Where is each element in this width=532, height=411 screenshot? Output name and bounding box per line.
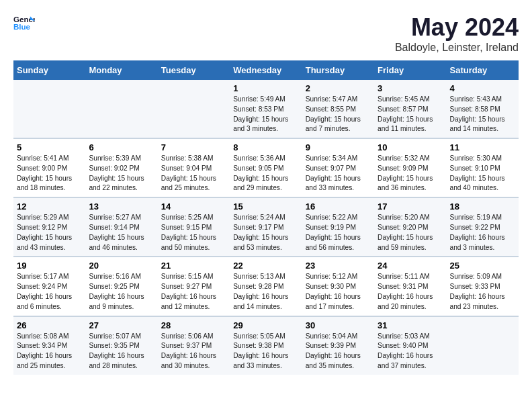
day-number: 21 xyxy=(161,261,226,271)
day-info: Sunrise: 5:29 AM Sunset: 9:12 PM Dayligh… xyxy=(17,213,82,253)
day-info: Sunrise: 5:15 AM Sunset: 9:27 PM Dayligh… xyxy=(161,272,226,312)
day-info: Sunrise: 5:03 AM Sunset: 9:40 PM Dayligh… xyxy=(378,332,443,371)
day-info: Sunrise: 5:38 AM Sunset: 9:04 PM Dayligh… xyxy=(161,154,226,193)
day-info: Sunrise: 5:41 AM Sunset: 9:00 PM Dayligh… xyxy=(17,154,82,193)
day-number: 31 xyxy=(378,320,443,330)
calendar-row-0: 1Sunrise: 5:49 AM Sunset: 8:53 PM Daylig… xyxy=(13,80,519,138)
calendar-row-1: 5Sunrise: 5:41 AM Sunset: 9:00 PM Daylig… xyxy=(13,138,519,197)
calendar-cell: 10Sunrise: 5:32 AM Sunset: 9:09 PM Dayli… xyxy=(374,138,446,197)
logo-icon: General Blue xyxy=(13,13,35,32)
calendar-cell: 14Sunrise: 5:25 AM Sunset: 9:15 PM Dayli… xyxy=(158,197,230,257)
calendar-cell: 6Sunrise: 5:39 AM Sunset: 9:02 PM Daylig… xyxy=(85,138,157,197)
calendar-cell: 28Sunrise: 5:06 AM Sunset: 9:37 PM Dayli… xyxy=(158,316,230,375)
day-number: 18 xyxy=(450,201,515,212)
calendar-cell: 29Sunrise: 5:05 AM Sunset: 9:38 PM Dayli… xyxy=(230,316,302,375)
day-info: Sunrise: 5:49 AM Sunset: 8:53 PM Dayligh… xyxy=(233,95,298,134)
day-number: 17 xyxy=(378,201,443,212)
weekday-header-friday: Friday xyxy=(374,60,446,80)
calendar-row-3: 19Sunrise: 5:17 AM Sunset: 9:24 PM Dayli… xyxy=(13,257,519,316)
day-number: 8 xyxy=(233,142,298,152)
calendar-cell: 19Sunrise: 5:17 AM Sunset: 9:24 PM Dayli… xyxy=(13,257,85,316)
day-number: 16 xyxy=(306,201,371,212)
calendar-cell: 3Sunrise: 5:45 AM Sunset: 8:57 PM Daylig… xyxy=(374,80,446,138)
day-number: 7 xyxy=(161,142,226,152)
day-number: 3 xyxy=(378,83,443,93)
weekday-header-wednesday: Wednesday xyxy=(230,60,302,80)
day-info: Sunrise: 5:20 AM Sunset: 9:20 PM Dayligh… xyxy=(378,213,443,253)
calendar-cell: 30Sunrise: 5:04 AM Sunset: 9:39 PM Dayli… xyxy=(302,316,374,375)
calendar-cell xyxy=(158,80,230,138)
calendar-cell: 2Sunrise: 5:47 AM Sunset: 8:55 PM Daylig… xyxy=(302,80,374,138)
calendar-cell: 31Sunrise: 5:03 AM Sunset: 9:40 PM Dayli… xyxy=(374,316,446,375)
title-block: May 2024 Baldoyle, Leinster, Ireland xyxy=(395,13,519,54)
location: Baldoyle, Leinster, Ireland xyxy=(395,42,519,54)
calendar-cell: 20Sunrise: 5:16 AM Sunset: 9:25 PM Dayli… xyxy=(85,257,157,316)
calendar-cell: 24Sunrise: 5:11 AM Sunset: 9:31 PM Dayli… xyxy=(374,257,446,316)
day-info: Sunrise: 5:39 AM Sunset: 9:02 PM Dayligh… xyxy=(89,154,154,193)
calendar-cell: 25Sunrise: 5:09 AM Sunset: 9:33 PM Dayli… xyxy=(447,257,519,316)
day-number: 25 xyxy=(450,261,515,271)
calendar-cell: 16Sunrise: 5:22 AM Sunset: 9:19 PM Dayli… xyxy=(302,197,374,257)
day-info: Sunrise: 5:09 AM Sunset: 9:33 PM Dayligh… xyxy=(450,272,515,312)
day-info: Sunrise: 5:22 AM Sunset: 9:19 PM Dayligh… xyxy=(306,213,371,253)
calendar-cell: 21Sunrise: 5:15 AM Sunset: 9:27 PM Dayli… xyxy=(158,257,230,316)
day-number: 27 xyxy=(89,320,154,330)
calendar-cell: 26Sunrise: 5:08 AM Sunset: 9:34 PM Dayli… xyxy=(13,316,85,375)
day-number: 12 xyxy=(17,201,82,212)
calendar-cell: 13Sunrise: 5:27 AM Sunset: 9:14 PM Dayli… xyxy=(85,197,157,257)
weekday-header-tuesday: Tuesday xyxy=(158,60,230,80)
day-info: Sunrise: 5:19 AM Sunset: 9:22 PM Dayligh… xyxy=(450,213,515,253)
weekday-header-sunday: Sunday xyxy=(13,60,85,80)
day-info: Sunrise: 5:06 AM Sunset: 9:37 PM Dayligh… xyxy=(161,332,226,371)
day-number: 11 xyxy=(450,142,515,152)
day-info: Sunrise: 5:43 AM Sunset: 8:58 PM Dayligh… xyxy=(450,95,515,134)
day-number: 4 xyxy=(450,83,515,93)
day-info: Sunrise: 5:11 AM Sunset: 9:31 PM Dayligh… xyxy=(378,272,443,312)
day-number: 24 xyxy=(378,261,443,271)
calendar-cell: 5Sunrise: 5:41 AM Sunset: 9:00 PM Daylig… xyxy=(13,138,85,197)
calendar-table: SundayMondayTuesdayWednesdayThursdayFrid… xyxy=(13,60,519,375)
day-number: 1 xyxy=(233,83,298,93)
day-info: Sunrise: 5:36 AM Sunset: 9:05 PM Dayligh… xyxy=(233,154,298,193)
day-number: 19 xyxy=(17,261,82,271)
day-info: Sunrise: 5:27 AM Sunset: 9:14 PM Dayligh… xyxy=(89,213,154,253)
day-info: Sunrise: 5:17 AM Sunset: 9:24 PM Dayligh… xyxy=(17,272,82,312)
day-info: Sunrise: 5:34 AM Sunset: 9:07 PM Dayligh… xyxy=(306,154,371,193)
weekday-header-thursday: Thursday xyxy=(302,60,374,80)
calendar-cell: 8Sunrise: 5:36 AM Sunset: 9:05 PM Daylig… xyxy=(230,138,302,197)
svg-text:Blue: Blue xyxy=(13,23,31,31)
day-info: Sunrise: 5:08 AM Sunset: 9:34 PM Dayligh… xyxy=(17,332,82,371)
day-number: 20 xyxy=(89,261,154,271)
day-info: Sunrise: 5:16 AM Sunset: 9:25 PM Dayligh… xyxy=(89,272,154,312)
weekday-header-row: SundayMondayTuesdayWednesdayThursdayFrid… xyxy=(13,60,519,80)
day-number: 9 xyxy=(306,142,371,152)
day-info: Sunrise: 5:12 AM Sunset: 9:30 PM Dayligh… xyxy=(306,272,371,312)
logo: General Blue xyxy=(13,13,35,32)
calendar-cell: 27Sunrise: 5:07 AM Sunset: 9:35 PM Dayli… xyxy=(85,316,157,375)
day-number: 6 xyxy=(89,142,154,152)
day-number: 13 xyxy=(89,201,154,212)
day-number: 22 xyxy=(233,261,298,271)
day-number: 2 xyxy=(306,83,371,93)
day-number: 15 xyxy=(233,201,298,212)
calendar-cell xyxy=(85,80,157,138)
day-info: Sunrise: 5:05 AM Sunset: 9:38 PM Dayligh… xyxy=(233,332,298,371)
calendar-row-4: 26Sunrise: 5:08 AM Sunset: 9:34 PM Dayli… xyxy=(13,316,519,375)
calendar-cell: 1Sunrise: 5:49 AM Sunset: 8:53 PM Daylig… xyxy=(230,80,302,138)
day-number: 10 xyxy=(378,142,443,152)
weekday-header-saturday: Saturday xyxy=(447,60,519,80)
calendar-cell: 18Sunrise: 5:19 AM Sunset: 9:22 PM Dayli… xyxy=(447,197,519,257)
calendar-cell: 11Sunrise: 5:30 AM Sunset: 9:10 PM Dayli… xyxy=(447,138,519,197)
day-number: 29 xyxy=(233,320,298,330)
day-info: Sunrise: 5:30 AM Sunset: 9:10 PM Dayligh… xyxy=(450,154,515,193)
day-info: Sunrise: 5:24 AM Sunset: 9:17 PM Dayligh… xyxy=(233,213,298,253)
calendar-cell: 12Sunrise: 5:29 AM Sunset: 9:12 PM Dayli… xyxy=(13,197,85,257)
page-header: General Blue May 2024 Baldoyle, Leinster… xyxy=(13,13,519,54)
day-number: 5 xyxy=(17,142,82,152)
day-info: Sunrise: 5:04 AM Sunset: 9:39 PM Dayligh… xyxy=(306,332,371,371)
day-info: Sunrise: 5:07 AM Sunset: 9:35 PM Dayligh… xyxy=(89,332,154,371)
calendar-cell: 22Sunrise: 5:13 AM Sunset: 9:28 PM Dayli… xyxy=(230,257,302,316)
calendar-row-2: 12Sunrise: 5:29 AM Sunset: 9:12 PM Dayli… xyxy=(13,197,519,257)
calendar-cell xyxy=(447,316,519,375)
day-number: 28 xyxy=(161,320,226,330)
